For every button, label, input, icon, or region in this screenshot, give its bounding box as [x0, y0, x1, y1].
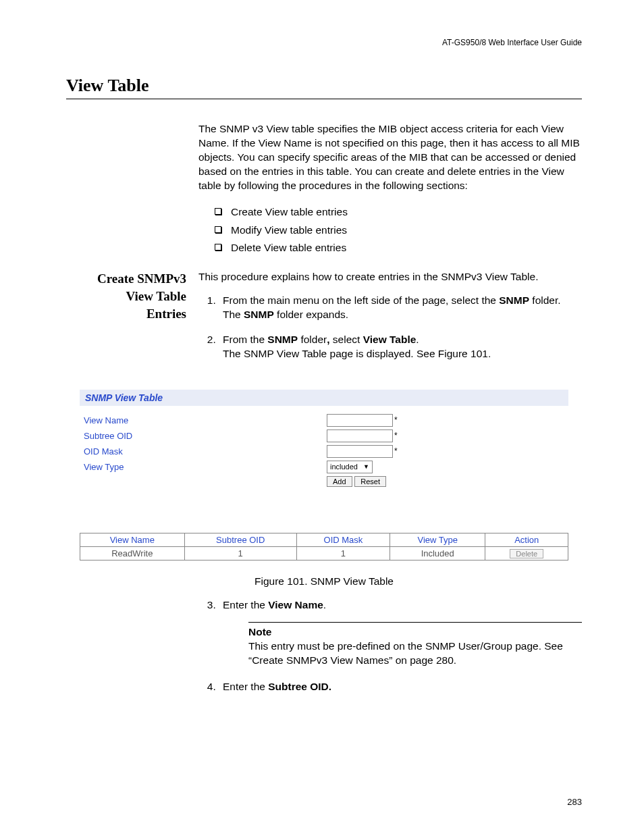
side-heading: Create SNMPv3 View Table Entries [66, 270, 186, 322]
col-oid-mask: OID Mask [296, 533, 390, 546]
col-view-type: View Type [390, 533, 485, 546]
table-header-row: View Name Subtree OID OID Mask View Type… [80, 533, 568, 546]
add-button[interactable]: Add [327, 476, 352, 487]
bullet-icon [215, 226, 221, 233]
view-name-label: View Name [84, 415, 327, 425]
chevron-down-icon: ▼ [363, 463, 369, 470]
view-name-input[interactable] [327, 414, 393, 427]
note-block: Note This entry must be pre-defined on t… [248, 622, 582, 668]
list-item: Delete View table entries [215, 241, 582, 255]
subtree-oid-label: Subtree OID [84, 431, 327, 441]
step-3: Enter the View Name. Note This entry mus… [219, 598, 582, 668]
section-title: View Table [66, 76, 582, 99]
cell-view-name: ReadWrite [80, 546, 185, 560]
step-1: From the main menu on the left side of t… [219, 294, 582, 322]
subtree-oid-input[interactable] [327, 429, 393, 442]
list-item: Modify View table entries [215, 224, 582, 238]
table-row: ReadWrite 1 1 Included Delete [80, 546, 568, 560]
bullet-icon [215, 208, 221, 215]
required-star: * [394, 431, 398, 440]
note-title: Note [248, 625, 582, 640]
required-star: * [394, 415, 398, 425]
step-list-cont: Enter the View Name. Note This entry mus… [198, 598, 582, 694]
form-area: View Name * Subtree OID * OID Mask * Vie… [80, 406, 568, 494]
note-body: This entry must be pre-defined on the SN… [248, 640, 582, 668]
delete-button[interactable]: Delete [510, 549, 543, 558]
bullet-text: Create View table entries [231, 205, 348, 219]
step-list: From the main menu on the left side of t… [198, 294, 582, 361]
panel-title: SNMP View Table [80, 390, 568, 406]
figure-101: SNMP View Table View Name * Subtree OID … [80, 390, 568, 561]
running-header: AT-GS950/8 Web Interface User Guide [66, 38, 582, 47]
bullet-icon [215, 244, 221, 251]
view-list-table: View Name Subtree OID OID Mask View Type… [80, 533, 568, 561]
procedure-intro: This procedure explains how to create en… [198, 270, 582, 284]
reset-button[interactable]: Reset [354, 476, 386, 487]
col-action: Action [485, 533, 568, 546]
bullet-list: Create View table entries Modify View ta… [215, 205, 582, 256]
figure-caption: Figure 101. SNMP View Table [66, 575, 582, 588]
col-view-name: View Name [80, 533, 185, 546]
col-subtree-oid: Subtree OID [184, 533, 296, 546]
bullet-text: Modify View table entries [231, 224, 347, 238]
cell-view-type: Included [390, 546, 485, 560]
cell-subtree-oid: 1 [184, 546, 296, 560]
oid-mask-input[interactable] [327, 445, 393, 458]
oid-mask-label: OID Mask [84, 446, 327, 457]
required-star: * [394, 446, 398, 456]
list-item: Create View table entries [215, 205, 582, 219]
view-type-label: View Type [84, 462, 327, 472]
bullet-text: Delete View table entries [231, 241, 346, 255]
select-value: included [330, 463, 358, 471]
step-2: From the SNMP folder, select View Table.… [219, 333, 582, 361]
cell-oid-mask: 1 [296, 546, 390, 560]
page-number: 283 [567, 797, 582, 807]
step-4: Enter the Subtree OID. [219, 680, 582, 694]
intro-paragraph: The SNMP v3 View table specifies the MIB… [198, 122, 582, 193]
view-type-select[interactable]: included ▼ [327, 461, 373, 473]
